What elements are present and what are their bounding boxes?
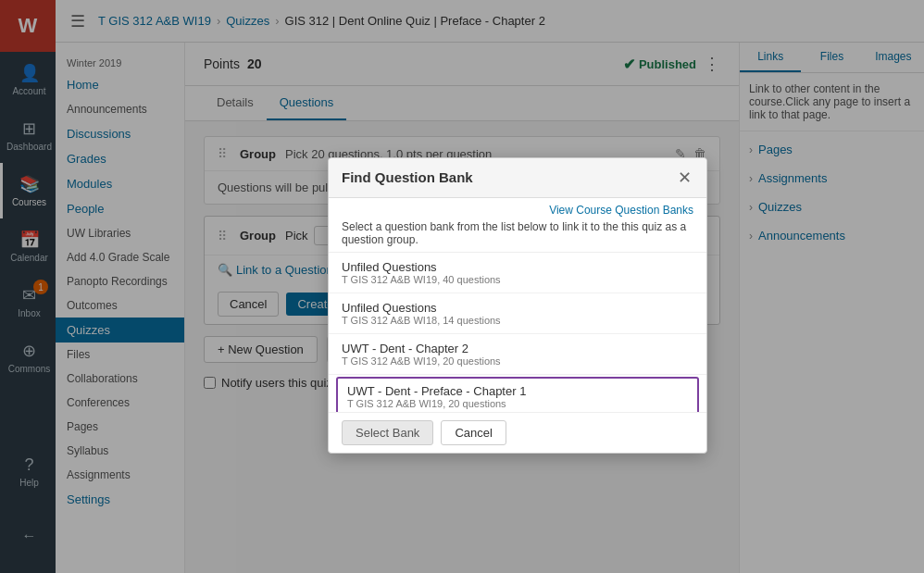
bank-meta-unfiled1: T GIS 312 A&B WI19, 40 questions: [342, 274, 693, 285]
select-bank-button[interactable]: Select Bank: [342, 420, 433, 445]
modal-close-button[interactable]: ✕: [676, 168, 693, 188]
bank-meta-uwt-ch2: T GIS 312 A&B WI19, 20 questions: [342, 355, 693, 367]
modal-body: View Course Question Banks Select a ques…: [329, 198, 706, 413]
modal-instructions: Select a question bank from the list bel…: [329, 218, 706, 252]
modal-cancel-button[interactable]: Cancel: [441, 420, 506, 445]
modal-overlay: Find Question Bank ✕ View Course Questio…: [0, 0, 924, 573]
bank-name-uwt-ch2: UWT - Dent - Chapter 2: [342, 342, 693, 355]
bank-item-unfiled1[interactable]: Unfiled Questions T GIS 312 A&B WI19, 40…: [329, 253, 706, 293]
modal-footer: Select Bank Cancel: [329, 413, 706, 453]
bank-meta-uwt-preface-ch1: T GIS 312 A&B WI19, 20 questions: [347, 398, 688, 409]
find-question-bank-modal: Find Question Bank ✕ View Course Questio…: [328, 157, 707, 454]
bank-item-uwt-ch2[interactable]: UWT - Dent - Chapter 2 T GIS 312 A&B WI1…: [329, 334, 706, 375]
modal-header: Find Question Bank ✕: [329, 158, 706, 198]
bank-name-unfiled2: Unfiled Questions: [342, 301, 693, 315]
bank-name-unfiled1: Unfiled Questions: [342, 260, 693, 274]
modal-bank-list: Unfiled Questions T GIS 312 A&B WI19, 40…: [329, 252, 706, 413]
bank-item-uwt-preface-ch1[interactable]: UWT - Dent - Preface - Chapter 1 T GIS 3…: [336, 377, 699, 413]
bank-meta-unfiled2: T GIS 312 A&B WI18, 14 questions: [342, 315, 693, 326]
view-course-question-banks-link[interactable]: View Course Question Banks: [329, 198, 706, 218]
bank-name-uwt-preface-ch1: UWT - Dent - Preface - Chapter 1: [347, 384, 688, 398]
bank-item-unfiled2[interactable]: Unfiled Questions T GIS 312 A&B WI18, 14…: [329, 293, 706, 334]
modal-title: Find Question Bank: [342, 169, 473, 185]
